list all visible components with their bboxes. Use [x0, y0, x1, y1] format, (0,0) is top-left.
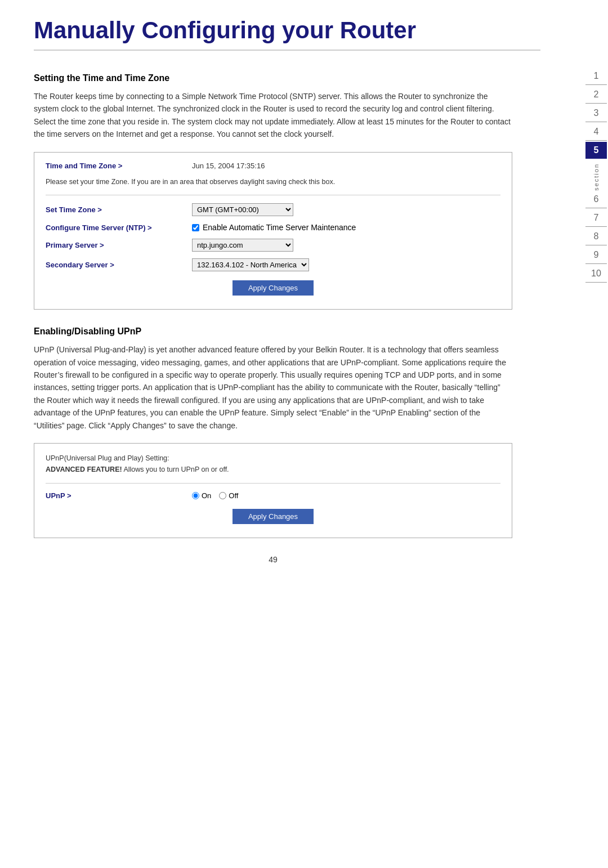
time-zone-info: Please set your time Zone. If you are in… — [46, 177, 500, 187]
nav-item-4[interactable]: 4 — [585, 123, 607, 141]
form-divider-2 — [46, 483, 500, 484]
secondary-server-label: Secondary Server > — [46, 261, 192, 269]
upnp-radio-group: On Off — [192, 491, 238, 500]
set-time-zone-row: Set Time Zone > GMT (GMT+00:00) GMT-1 GM… — [46, 203, 500, 216]
nav-item-5[interactable]: 5 — [585, 142, 607, 159]
primary-server-select[interactable]: ntp.jungo.com time.nist.gov — [192, 239, 293, 252]
upnp-radio-off[interactable] — [219, 492, 226, 499]
configure-ntp-label: Configure Time Server (NTP) > — [46, 223, 192, 232]
set-time-zone-select[interactable]: GMT (GMT+00:00) GMT-1 GMT-2 GMT+1 GMT+2 — [192, 203, 293, 216]
time-zone-display-row: Time and Time Zone > Jun 15, 2004 17:35:… — [46, 162, 500, 170]
time-section-heading: Setting the Time and Time Zone — [34, 73, 512, 83]
upnp-section-body: UPnP (Universal Plug-and-Play) is yet an… — [34, 343, 512, 432]
primary-server-label: Primary Server > — [46, 241, 192, 249]
upnp-info-line1: UPnP(Universal Plug and Play) Setting: — [46, 453, 500, 464]
ntp-checkbox[interactable] — [192, 224, 199, 231]
nav-item-8[interactable]: 8 — [585, 228, 607, 245]
section-nav: 1 2 3 4 5 section 6 7 8 9 10 — [584, 68, 608, 284]
secondary-server-select[interactable]: 132.163.4.102 - North America 132.163.4.… — [192, 258, 309, 271]
page-title: Manually Configuring your Router — [34, 0, 540, 51]
nav-item-1[interactable]: 1 — [585, 68, 607, 85]
upnp-toggle-row: UPnP > On Off — [46, 491, 500, 500]
upnp-form-box: UPnP(Universal Plug and Play) Setting: A… — [34, 443, 512, 538]
upnp-section: Enabling/Disabling UPnP UPnP (Universal … — [34, 326, 512, 538]
upnp-info: UPnP(Universal Plug and Play) Setting: A… — [46, 453, 500, 475]
time-form-box: Time and Time Zone > Jun 15, 2004 17:35:… — [34, 152, 512, 310]
page-number: 49 — [34, 555, 512, 564]
upnp-section-heading: Enabling/Disabling UPnP — [34, 326, 512, 337]
upnp-radio-on[interactable] — [192, 492, 199, 499]
upnp-off-text: Off — [229, 491, 238, 500]
nav-item-10[interactable]: 10 — [585, 265, 607, 283]
time-section-body: The Router keeps time by connecting to a… — [34, 90, 512, 141]
nav-item-2[interactable]: 2 — [585, 86, 607, 104]
upnp-apply-button[interactable]: Apply Changes — [233, 509, 314, 524]
upnp-info-line2: ADVANCED FEATURE! Allows you to turn UPn… — [46, 464, 500, 475]
ntp-checkbox-label: Enable Automatic Time Server Maintenance — [203, 223, 356, 232]
time-apply-button[interactable]: Apply Changes — [233, 280, 314, 296]
form-divider-1 — [46, 195, 500, 195]
upnp-toggle-label: UPnP > — [46, 491, 192, 500]
configure-ntp-row: Configure Time Server (NTP) > Enable Aut… — [46, 223, 500, 232]
nav-item-6[interactable]: 6 — [585, 191, 607, 208]
upnp-radio-off-label[interactable]: Off — [219, 491, 238, 500]
section-label: section — [593, 163, 600, 191]
time-section: Setting the Time and Time Zone The Route… — [34, 73, 512, 310]
upnp-info-advanced-label: ADVANCED FEATURE! — [46, 466, 122, 473]
set-time-zone-select-wrapper[interactable]: GMT (GMT+00:00) GMT-1 GMT-2 GMT+1 GMT+2 — [192, 203, 293, 216]
ntp-checkbox-wrapper[interactable]: Enable Automatic Time Server Maintenance — [192, 223, 356, 232]
secondary-server-select-wrapper[interactable]: 132.163.4.102 - North America 132.163.4.… — [192, 258, 309, 271]
time-zone-display-value: Jun 15, 2004 17:35:16 — [192, 162, 265, 170]
set-time-zone-label: Set Time Zone > — [46, 205, 192, 214]
secondary-server-row: Secondary Server > 132.163.4.102 - North… — [46, 258, 500, 271]
nav-item-9[interactable]: 9 — [585, 247, 607, 264]
primary-server-row: Primary Server > ntp.jungo.com time.nist… — [46, 239, 500, 252]
nav-item-7[interactable]: 7 — [585, 209, 607, 227]
upnp-radio-on-label[interactable]: On — [192, 491, 211, 500]
nav-item-3[interactable]: 3 — [585, 105, 607, 122]
upnp-on-text: On — [202, 491, 211, 500]
upnp-info-suffix: Allows you to turn UPnP on or off. — [122, 466, 229, 473]
primary-server-select-wrapper[interactable]: ntp.jungo.com time.nist.gov — [192, 239, 293, 252]
time-zone-display-label: Time and Time Zone > — [46, 162, 192, 170]
